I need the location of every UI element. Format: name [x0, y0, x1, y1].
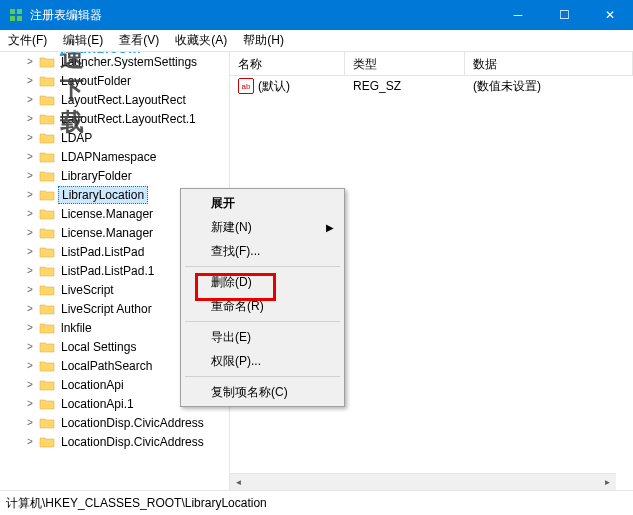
maximize-button[interactable]: ☐	[541, 0, 587, 30]
tree-item[interactable]: >LocationDisp.CivicAddress	[0, 432, 229, 451]
tree-item[interactable]: >LocationDisp.CivicAddress	[0, 413, 229, 432]
tree-item[interactable]: >LDAP	[0, 128, 229, 147]
ctx-export[interactable]: 导出(E)	[183, 325, 342, 349]
expand-icon[interactable]: >	[24, 265, 36, 276]
separator	[185, 321, 340, 322]
string-icon: ab	[238, 78, 254, 94]
tree-item[interactable]: >LayoutFolder	[0, 71, 229, 90]
tree-label: ListPad.ListPad.1	[58, 263, 157, 279]
expand-icon[interactable]: >	[24, 322, 36, 333]
tree-label: LayoutRect.LayoutRect.1	[58, 111, 199, 127]
expand-icon[interactable]: >	[24, 94, 36, 105]
tree-label: ListPad.ListPad	[58, 244, 147, 260]
column-name[interactable]: 名称	[230, 52, 345, 75]
ctx-find[interactable]: 查找(F)...	[183, 239, 342, 263]
statusbar: 计算机\HKEY_CLASSES_ROOT\LibraryLocation	[0, 490, 633, 515]
expand-icon[interactable]: >	[24, 113, 36, 124]
tree-label: LDAP	[58, 130, 95, 146]
grid-header: 名称 类型 数据	[230, 52, 633, 76]
context-menu: 展开 新建(N)▶ 查找(F)... 删除(D) 重命名(R) 导出(E) 权限…	[180, 188, 345, 407]
value-data: (数值未设置)	[465, 76, 633, 96]
ctx-rename[interactable]: 重命名(R)	[183, 294, 342, 318]
grid-row[interactable]: ab(默认)REG_SZ(数值未设置)	[230, 76, 633, 96]
tree-label: Local Settings	[58, 339, 139, 355]
expand-icon[interactable]: >	[24, 303, 36, 314]
minimize-button[interactable]: ─	[495, 0, 541, 30]
expand-icon[interactable]: >	[24, 246, 36, 257]
ctx-permissions[interactable]: 权限(P)...	[183, 349, 342, 373]
svg-rect-1	[17, 9, 22, 14]
value-name: (默认)	[258, 78, 290, 95]
titlebar: 注册表编辑器 ─ ☐ ✕	[0, 0, 633, 30]
tree-label: LayoutFolder	[58, 73, 134, 89]
tree-label: LocalPathSearch	[58, 358, 155, 374]
ctx-expand[interactable]: 展开	[183, 191, 342, 215]
tree-label: lnkfile	[58, 320, 95, 336]
expand-icon[interactable]: >	[24, 379, 36, 390]
expand-icon[interactable]: >	[24, 417, 36, 428]
value-type: REG_SZ	[345, 76, 465, 96]
ctx-new[interactable]: 新建(N)▶	[183, 215, 342, 239]
tree-item[interactable]: >LayoutRect.LayoutRect	[0, 90, 229, 109]
expand-icon[interactable]: >	[24, 132, 36, 143]
ctx-copykey[interactable]: 复制项名称(C)	[183, 380, 342, 404]
expand-icon[interactable]: >	[24, 284, 36, 295]
tree-item[interactable]: >Launcher.SystemSettings	[0, 52, 229, 71]
menubar: 文件(F) 编辑(E) 查看(V) 收藏夹(A) 帮助(H)	[0, 30, 633, 52]
tree-item[interactable]: >LayoutRect.LayoutRect.1	[0, 109, 229, 128]
expand-icon[interactable]: >	[24, 360, 36, 371]
tree-label: License.Manager	[58, 206, 156, 222]
tree-label: License.Manager	[58, 225, 156, 241]
separator	[185, 266, 340, 267]
tree-label: LibraryLocation	[58, 186, 148, 204]
menu-file[interactable]: 文件(F)	[0, 29, 55, 52]
expand-icon[interactable]: >	[24, 208, 36, 219]
tree-label: LiveScript	[58, 282, 117, 298]
tree-item[interactable]: >LDAPNamespace	[0, 147, 229, 166]
expand-icon[interactable]: >	[24, 56, 36, 67]
submenu-arrow-icon: ▶	[326, 222, 334, 233]
svg-rect-3	[17, 16, 22, 21]
ctx-delete[interactable]: 删除(D)	[183, 270, 342, 294]
svg-rect-2	[10, 16, 15, 21]
tree-label: LiveScript Author	[58, 301, 155, 317]
expand-icon[interactable]: >	[24, 227, 36, 238]
column-type[interactable]: 类型	[345, 52, 465, 75]
window-title: 注册表编辑器	[30, 7, 495, 24]
menu-edit[interactable]: 编辑(E)	[55, 29, 111, 52]
scrollbar-horizontal[interactable]: ◄ ►	[230, 473, 616, 490]
tree-label: Launcher.SystemSettings	[58, 54, 200, 70]
tree-label: LibraryFolder	[58, 168, 135, 184]
expand-icon[interactable]: >	[24, 170, 36, 181]
expand-icon[interactable]: >	[24, 189, 36, 200]
close-button[interactable]: ✕	[587, 0, 633, 30]
svg-rect-0	[10, 9, 15, 14]
expand-icon[interactable]: >	[24, 398, 36, 409]
tree-label: LayoutRect.LayoutRect	[58, 92, 189, 108]
tree-label: LocationDisp.CivicAddress	[58, 434, 207, 450]
expand-icon[interactable]: >	[24, 151, 36, 162]
tree-label: LDAPNamespace	[58, 149, 159, 165]
separator	[185, 376, 340, 377]
tree-label: LocationDisp.CivicAddress	[58, 415, 207, 431]
column-data[interactable]: 数据	[465, 52, 633, 75]
tree-label: LocationApi.1	[58, 396, 137, 412]
tree-item[interactable]: >LibraryFolder	[0, 166, 229, 185]
menu-view[interactable]: 查看(V)	[111, 29, 167, 52]
expand-icon[interactable]: >	[24, 341, 36, 352]
menu-help[interactable]: 帮助(H)	[235, 29, 292, 52]
menu-favorites[interactable]: 收藏夹(A)	[167, 29, 235, 52]
expand-icon[interactable]: >	[24, 75, 36, 86]
tree-label: LocationApi	[58, 377, 127, 393]
expand-icon[interactable]: >	[24, 436, 36, 447]
app-icon	[8, 7, 24, 23]
